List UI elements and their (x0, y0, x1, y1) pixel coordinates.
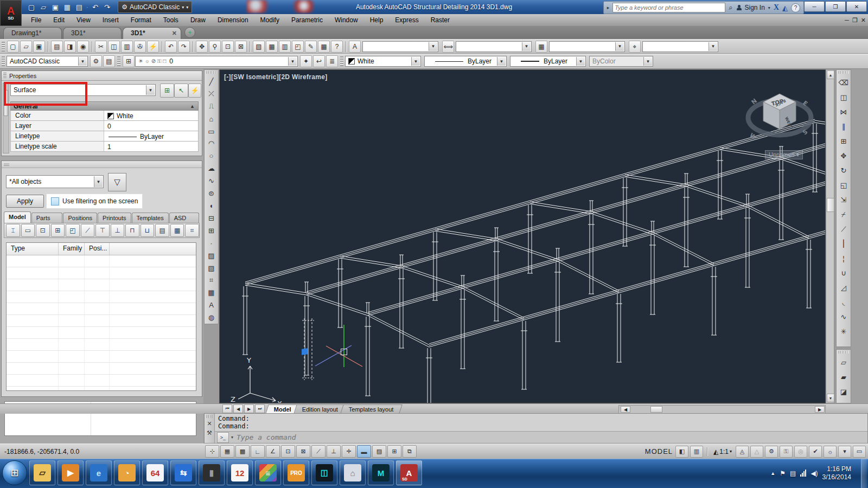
column-header[interactable]: Posi... (85, 243, 110, 255)
taskbar-outlook[interactable]: ◔ (114, 460, 140, 485)
command-input[interactable] (235, 433, 509, 442)
grid-toggle[interactable]: ▩ (235, 445, 250, 458)
table-row[interactable] (7, 363, 196, 375)
performance-icon[interactable]: ✔ (809, 446, 822, 458)
menu-insert[interactable]: Insert (97, 16, 125, 24)
infer-constraints-toggle[interactable]: ⊹ (205, 445, 219, 458)
quick-properties-toggle[interactable]: ⊞ (387, 445, 401, 458)
stairs-icon[interactable]: ▤ (155, 224, 169, 237)
scroll-right-icon[interactable]: ▶ (815, 406, 825, 413)
table-row[interactable] (7, 351, 196, 363)
quick-select-button[interactable]: ⚡ (188, 84, 201, 98)
undo-icon[interactable]: ↶ (165, 41, 177, 53)
column-header[interactable]: Family (59, 243, 85, 255)
save-icon[interactable]: ▣ (50, 2, 61, 12)
menu-raster[interactable]: Raster (425, 16, 456, 24)
arc-icon[interactable]: ◠ (205, 138, 218, 150)
spline-icon[interactable]: ∿ (205, 175, 218, 187)
block-editor-icon[interactable]: ⚡ (147, 41, 159, 53)
taskbar-pro-app[interactable]: PRO (283, 460, 309, 485)
tool-palettes-icon[interactable]: ▥ (279, 41, 291, 53)
table-row[interactable] (7, 255, 196, 267)
toolbar-grip[interactable] (117, 56, 120, 66)
selection-cycling-toggle[interactable]: ⧉ (403, 445, 417, 458)
chevron-down-icon[interactable]: ▾ (182, 5, 184, 10)
palette-grip[interactable] (207, 415, 212, 418)
polar-toggle[interactable]: ∠ (266, 445, 280, 458)
apply-button[interactable]: Apply (6, 195, 44, 208)
menu-edit[interactable]: Edit (47, 16, 71, 24)
linetype-select[interactable]: ByLayer▼ (424, 56, 507, 67)
menu-dimension[interactable]: Dimension (212, 16, 254, 24)
layout-tab-templates-layout[interactable]: Templates layout (340, 404, 402, 414)
line-icon[interactable]: ╱ (205, 76, 218, 87)
otrack-toggle[interactable]: ⟋ (311, 445, 326, 458)
layer-select[interactable]: ☀ ☼ ⊘ ⚿ □ 0▼ (135, 56, 298, 67)
workspace-save-icon[interactable]: ▤ (103, 55, 115, 67)
plates-icon[interactable]: ▭ (21, 224, 35, 237)
tray-expand-icon[interactable]: ▲ (770, 471, 775, 476)
construction-line-icon[interactable]: ⤫ (205, 88, 218, 100)
taskbar-tekla[interactable]: ≡ (255, 460, 281, 485)
workframe-icon[interactable]: ⊡ (36, 224, 50, 237)
inspector-tab-parts-edition[interactable]: Parts Edition (31, 213, 63, 223)
extend-icon[interactable]: ⟋ (837, 222, 850, 236)
property-row[interactable]: LinetypeByLayer (10, 131, 199, 142)
save-icon[interactable]: ▣ (33, 41, 45, 53)
taskbar-cad-viewer[interactable]: ◫ (311, 460, 337, 485)
taskbar-windows-explorer[interactable]: ▱ (29, 460, 55, 485)
plot-preview-icon[interactable]: ◨ (64, 41, 76, 53)
qnew-icon[interactable]: ▢ (7, 41, 19, 53)
erase-icon[interactable]: ⌫ (837, 76, 850, 89)
railing-icon[interactable]: ⌗ (185, 224, 199, 237)
chevron-down-icon[interactable]: ▾ (186, 5, 188, 10)
table-row[interactable] (7, 291, 196, 303)
palette-grip[interactable] (2, 161, 202, 168)
table-row[interactable] (7, 303, 196, 315)
command-prompt-icon[interactable]: >_ (217, 432, 229, 443)
chevron-down-icon[interactable]: ▾ (231, 435, 233, 440)
drawing-tab[interactable]: 3D1* (63, 27, 122, 39)
polyline-icon[interactable]: ⎍ (205, 101, 218, 112)
viewport-vertical-scrollbar[interactable]: ▲ ▼ (826, 69, 834, 403)
steering-wheel-icon[interactable]: ◎ (794, 446, 807, 458)
insert-block-icon[interactable]: ⊟ (205, 213, 218, 224)
break-at-point-icon[interactable]: ⎮ (837, 237, 850, 251)
named-view-chip[interactable]: Unnamed ▾ (765, 150, 803, 159)
blend-curves-icon[interactable]: ∿ (837, 310, 850, 324)
menu-draw[interactable]: Draw (184, 16, 212, 24)
text-style-select[interactable]: ▼ (362, 41, 438, 52)
offset-icon[interactable]: ∥ (837, 120, 850, 133)
network-signal-icon[interactable] (800, 470, 806, 477)
model-space-label[interactable]: MODEL (645, 447, 673, 455)
menu-modify[interactable]: Modify (254, 16, 285, 24)
first-layout-icon[interactable]: ⏮ (222, 404, 232, 413)
command-history[interactable]: Command:Command: (215, 414, 867, 431)
hardware-accel-icon[interactable]: ☼ (824, 446, 837, 458)
plot-icon[interactable]: ▤ (51, 41, 63, 53)
table-row[interactable] (7, 315, 196, 327)
search-binoculars-icon[interactable]: ⌕ (729, 3, 732, 12)
make-block-icon[interactable]: ⊞ (205, 225, 218, 236)
rotate-icon[interactable]: ↻ (837, 164, 850, 177)
array-icon[interactable]: ⊞ (837, 134, 850, 148)
clean-screen-icon[interactable]: ▭ (853, 446, 866, 458)
viewcube[interactable]: TOPBACKWESTNESW (742, 80, 823, 161)
annotation-autoscale-icon[interactable]: △ (750, 446, 763, 458)
frame-icon[interactable]: ⊓ (125, 224, 139, 237)
send-to-back-icon[interactable]: ▰ (837, 370, 850, 384)
table-style-select[interactable]: ▼ (549, 41, 625, 52)
text-style-icon[interactable]: A (349, 41, 361, 53)
taskbar-dark-device[interactable]: ▮ (199, 460, 225, 485)
quickview-layouts-icon[interactable]: ◧ (675, 446, 688, 458)
start-button[interactable]: ⊞ (2, 460, 27, 485)
minimize-button[interactable]: ─ (804, 1, 825, 12)
next-layout-icon[interactable]: ▶ (244, 404, 254, 413)
table-row[interactable] (7, 375, 196, 387)
scroll-up-icon[interactable]: ▲ (827, 70, 834, 79)
select-objects-button[interactable]: ↖ (174, 84, 188, 98)
removable-device-icon[interactable]: ▤ (790, 470, 796, 477)
snap-toggle[interactable]: ▦ (220, 445, 234, 458)
viewport-controls-label[interactable]: [-][SW Isometric][2D Wireframe] (224, 73, 328, 81)
drawing-viewport[interactable]: YXZ [-][SW Isometric][2D Wireframe] TOPB… (219, 69, 826, 403)
